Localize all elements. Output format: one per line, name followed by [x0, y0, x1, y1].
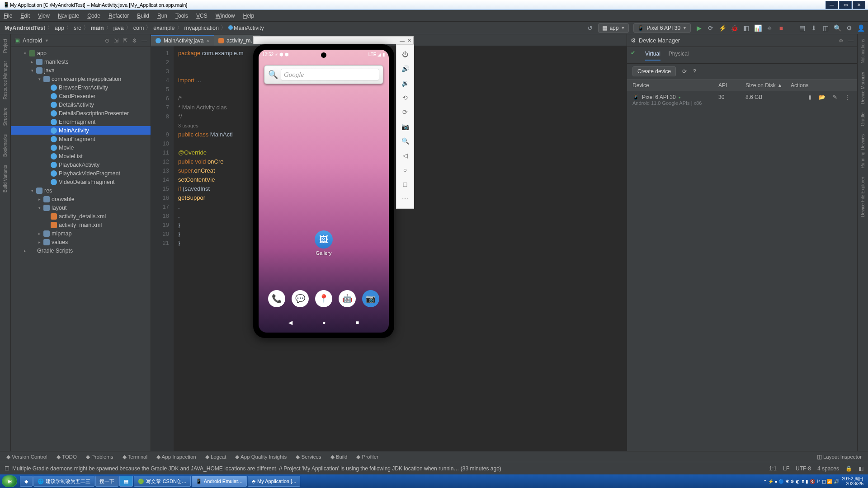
- toolwindow-app-inspection[interactable]: ◆ App Inspection: [156, 454, 196, 460]
- start-button[interactable]: ⊞: [2, 475, 17, 487]
- toolwindow-notifications[interactable]: Notifications: [860, 39, 865, 63]
- tree-item[interactable]: ErrorFragment: [11, 117, 151, 126]
- resource-manager-icon[interactable]: ◫: [822, 24, 829, 32]
- toolwindow-build-variants[interactable]: Build Variants: [3, 165, 8, 192]
- menu-file[interactable]: File: [4, 13, 12, 19]
- toolwindow-problems[interactable]: ◆ Problems: [86, 454, 113, 460]
- window-close[interactable]: ✕: [853, 1, 865, 9]
- tree-item[interactable]: PlaybackActivity: [11, 160, 151, 169]
- breadcrumb-item[interactable]: MyAndroidTest: [5, 25, 45, 31]
- menu-run[interactable]: Run: [157, 13, 167, 19]
- sdk-manager-icon[interactable]: ⬇: [810, 24, 817, 32]
- folder-icon[interactable]: 📂: [819, 94, 826, 100]
- toolwindow-build[interactable]: ◆ Build: [330, 454, 348, 460]
- menu-window[interactable]: Window: [216, 13, 235, 19]
- hide-panel-icon[interactable]: —: [142, 38, 147, 44]
- collapse-all-icon[interactable]: ⇱: [123, 38, 127, 44]
- refresh-icon[interactable]: ⟳: [682, 68, 687, 75]
- project-view-selector[interactable]: ▣ Android ▼: [14, 37, 49, 44]
- toolwindow-running-devices[interactable]: Running Devices: [860, 134, 865, 169]
- hide-panel-icon[interactable]: —: [848, 38, 854, 44]
- taskbar-android-studio[interactable]: ⬘My Application [...: [248, 476, 300, 487]
- tree-item[interactable]: MainFragment: [11, 135, 151, 143]
- nav-back[interactable]: ◀: [288, 319, 292, 326]
- taskbar-search[interactable]: 搜一下: [95, 476, 118, 487]
- breadcrumb-item[interactable]: example: [153, 25, 175, 31]
- emulator-titlebar[interactable]: — ✕: [253, 36, 414, 44]
- tree-item[interactable]: ▾java: [11, 66, 151, 75]
- taskbar-emulator[interactable]: 📱Android Emulat…: [192, 476, 247, 487]
- dock-apps[interactable]: 🤖: [339, 290, 356, 307]
- emu-more-icon[interactable]: ⋯: [400, 194, 410, 204]
- tray-icons[interactable]: ⌃ ⚡ ● 🔵 ✱ ⚙ ◐ ⬆ ▮ 🔇 ⚐ ◫ 📶 🔊: [763, 479, 839, 484]
- help-icon[interactable]: ?: [693, 68, 696, 75]
- toolwindow-terminal[interactable]: ◆ Terminal: [123, 454, 147, 460]
- taskbar-chrome[interactable]: 🟢写文章-CSDN创…: [134, 476, 191, 487]
- breadcrumb-item[interactable]: app: [55, 25, 64, 31]
- breadcrumb-item[interactable]: MainActivity: [228, 25, 264, 31]
- tree-item[interactable]: CardPresenter: [11, 92, 151, 100]
- toolwindow-todo[interactable]: ◆ TODO: [57, 454, 77, 460]
- tab-physical[interactable]: Physical: [669, 50, 689, 61]
- emu-back-icon[interactable]: ◁: [400, 150, 410, 160]
- emu-minimize[interactable]: —: [400, 38, 405, 43]
- cursor-position[interactable]: 1:1: [769, 465, 777, 472]
- window-minimize[interactable]: —: [826, 1, 838, 9]
- dock-phone[interactable]: 📞: [268, 290, 285, 307]
- sync-icon[interactable]: ↺: [586, 24, 594, 32]
- device-row[interactable]: 📱 Pixel 6 API 30 ● Android 11.0 Google A…: [627, 91, 857, 108]
- search-input[interactable]: Google: [281, 69, 379, 80]
- play-icon[interactable]: ▮: [808, 94, 811, 100]
- line-separator[interactable]: LF: [783, 465, 789, 472]
- tree-item[interactable]: ▸mipmap: [11, 229, 151, 238]
- dock-maps[interactable]: 📍: [315, 290, 332, 307]
- toolwindow-structure[interactable]: Structure: [3, 108, 8, 126]
- tree-item[interactable]: MovieList: [11, 152, 151, 160]
- menu-edit[interactable]: Edit: [20, 13, 30, 19]
- breadcrumb-item[interactable]: java: [113, 25, 124, 31]
- nav-overview[interactable]: ■: [356, 319, 359, 326]
- tree-item[interactable]: activity_details.xml: [11, 212, 151, 221]
- taskbar-ie[interactable]: 🌐建议学制改为五二三: [33, 476, 94, 487]
- tree-item[interactable]: ▾layout: [11, 203, 151, 212]
- menu-refactor[interactable]: Refactor: [108, 13, 129, 19]
- tree-item[interactable]: ▸Gradle Scripts: [11, 246, 151, 255]
- windows-taskbar[interactable]: ⊞ ◆ 🌐建议学制改为五二三 搜一下 ▦ 🟢写文章-CSDN创… 📱Androi…: [0, 474, 868, 488]
- debug-button[interactable]: 🐞: [731, 24, 738, 32]
- app-shortcut-gallery[interactable]: 🖼 Gallery: [315, 230, 333, 256]
- tree-item[interactable]: ▸manifests: [11, 57, 151, 66]
- apply-changes-icon[interactable]: ⟳: [707, 24, 714, 32]
- tree-item[interactable]: ▾com.example.myapplication: [11, 75, 151, 83]
- gear-icon[interactable]: ⚙: [132, 38, 137, 44]
- tree-item[interactable]: DetailsActivity: [11, 100, 151, 109]
- toolwindow-logcat[interactable]: ◆ Logcat: [205, 454, 226, 460]
- profile-icon[interactable]: 📊: [754, 24, 761, 32]
- window-maximize[interactable]: ▭: [839, 1, 852, 9]
- google-search-widget[interactable]: 🔍 Google: [264, 65, 383, 84]
- menu-build[interactable]: Build: [137, 13, 149, 19]
- emu-volume-up-icon[interactable]: 🔊: [400, 64, 410, 74]
- menu-help[interactable]: Help: [243, 13, 254, 19]
- account-icon[interactable]: 👤: [857, 24, 864, 32]
- more-icon[interactable]: ⋮: [844, 94, 850, 100]
- readonly-icon[interactable]: 🔒: [845, 465, 852, 472]
- toolwindow-project[interactable]: Project: [3, 39, 8, 53]
- phone-screen[interactable]: 12:52 ♂ ⬢ ⬢ LTE ◢ ▮ 🔍 Google 🖼 Gallery 📞…: [259, 50, 389, 333]
- tree-item[interactable]: MainActivity: [11, 126, 151, 135]
- menu-vcs[interactable]: VCS: [196, 13, 208, 19]
- run-config-module[interactable]: ▦ app ▼: [598, 23, 629, 33]
- run-button[interactable]: ▶: [695, 24, 703, 32]
- settings-icon[interactable]: ⚙: [845, 24, 853, 32]
- emu-power-icon[interactable]: ⏻: [400, 49, 410, 59]
- file-encoding[interactable]: UTF-8: [796, 465, 811, 472]
- avd-manager-icon[interactable]: ▤: [798, 24, 806, 32]
- create-device-button[interactable]: Create device: [632, 66, 676, 76]
- breadcrumb-item[interactable]: myapplication: [184, 25, 219, 31]
- tree-item[interactable]: PlaybackVideoFragment: [11, 169, 151, 178]
- stop-button[interactable]: ■: [778, 24, 785, 32]
- project-tree[interactable]: ▾app▸manifests▾java▾com.example.myapplic…: [11, 47, 151, 451]
- tree-item[interactable]: ▸values: [11, 238, 151, 246]
- taskbar-pinned[interactable]: ◆: [20, 476, 33, 487]
- tree-item[interactable]: BrowseErrorActivity: [11, 83, 151, 92]
- tree-item[interactable]: DetailsDescriptionPresenter: [11, 109, 151, 117]
